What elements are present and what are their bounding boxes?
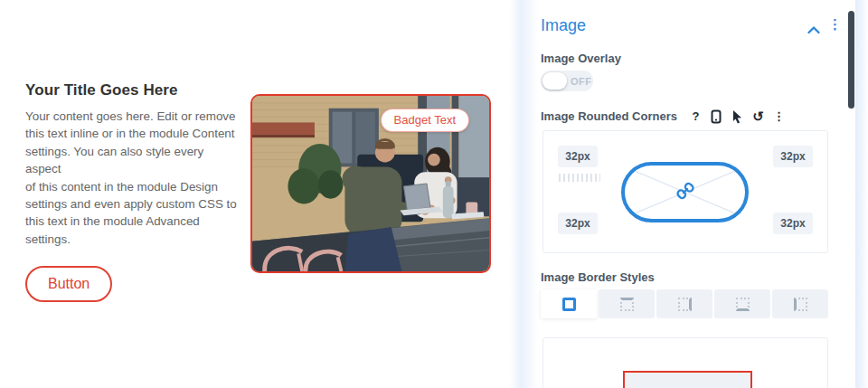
image-overlay-label: Image Overlay <box>541 52 621 65</box>
help-icon[interactable]: ? <box>688 109 703 124</box>
responsive-phone-icon[interactable] <box>709 109 724 124</box>
border-style-option-left[interactable] <box>772 289 828 318</box>
chevron-up-icon[interactable] <box>807 22 820 38</box>
corner-input-bottom-left[interactable]: 32px <box>558 213 598 234</box>
preview-pane: Your Title Goes Here Your content goes h… <box>0 0 511 388</box>
border-styles-label: Image Border Styles <box>541 270 655 284</box>
corner-input-bottom-right[interactable]: 32px <box>773 213 813 234</box>
border-bottom-icon <box>736 298 750 311</box>
panel-menu-icon[interactable]: ⋮ <box>828 16 842 33</box>
border-preview-box <box>542 337 828 388</box>
toggle-state-label: OFF <box>571 76 592 87</box>
preview-button[interactable]: Button <box>25 266 112 302</box>
link-corners-control[interactable] <box>621 162 749 222</box>
toggle-knob <box>542 72 567 90</box>
reset-icon[interactable]: ↺ <box>750 109 766 124</box>
image-badge[interactable]: Badget Text <box>381 109 469 132</box>
link-icon <box>675 181 695 204</box>
corner-drag-ticks[interactable] <box>559 174 600 182</box>
border-top-icon <box>620 298 634 311</box>
border-all-icon <box>562 298 576 311</box>
rounded-corners-label: Image Rounded Corners <box>541 109 677 123</box>
scrollbar-track[interactable] <box>855 0 868 388</box>
border-right-icon <box>678 298 692 311</box>
corner-input-top-left[interactable]: 32px <box>558 146 598 167</box>
rounded-corners-box: 32px 32px 32px 32px <box>542 130 828 253</box>
panel-divider <box>509 0 538 388</box>
image-overlay-toggle[interactable]: OFF <box>541 71 593 91</box>
border-style-option-all[interactable] <box>541 289 597 318</box>
module-title[interactable]: Your Title Goes Here <box>25 81 239 99</box>
scrollbar-thumb[interactable] <box>848 11 854 109</box>
border-style-option-right[interactable] <box>656 289 712 318</box>
panel-title: Image <box>541 16 586 34</box>
border-preview-swatch <box>623 371 752 388</box>
panel-header: Image ⋮ <box>541 16 844 38</box>
module-body-text[interactable]: Your content goes here. Edit or remove t… <box>25 108 239 248</box>
border-style-option-top[interactable] <box>599 289 655 318</box>
corner-input-top-right[interactable]: 32px <box>773 146 813 167</box>
text-module: Your Title Goes Here Your content goes h… <box>25 81 239 302</box>
border-left-icon <box>794 298 807 311</box>
hover-cursor-icon[interactable] <box>730 109 745 124</box>
options-menu-icon[interactable]: ⋮ <box>771 109 787 124</box>
preview-image[interactable]: Badget Text <box>250 94 491 273</box>
border-style-options <box>541 289 828 318</box>
border-style-option-bottom[interactable] <box>714 289 770 318</box>
settings-panel: Image ⋮ Image Overlay OFF Image Rounded … <box>538 0 868 388</box>
